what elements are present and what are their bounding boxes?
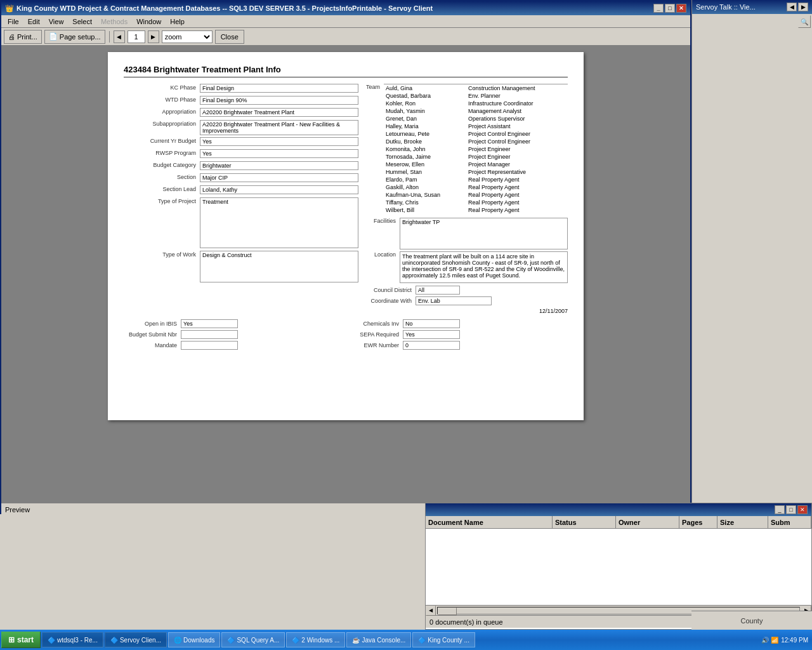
window-title: King County WTD Project & Contract Manag… — [16, 4, 433, 12]
team-row: Tiffany, ChrisReal Property Agent — [384, 199, 568, 206]
team-row: Meserow, EllenProject Manager — [384, 161, 568, 168]
team-row: Grenet, DanOperations Supervisor — [384, 115, 568, 123]
chemicals-inv-label: Chemicals Inv — [352, 321, 403, 327]
kc-phase-label: KC Phase — [124, 84, 200, 91]
close-button[interactable]: ✕ — [676, 4, 686, 13]
team-row: Komonita, JohnProject Engineer — [384, 145, 568, 153]
system-icons: 🔊 📶 — [761, 637, 778, 644]
team-row: Wilbert, BillReal Property Agent — [384, 206, 568, 214]
taskbar-item-wtdsql3[interactable]: 🔷 wtdsql3 - Re... — [42, 632, 103, 647]
clock: 12:49 PM — [781, 637, 808, 644]
maximize-button[interactable]: □ — [665, 4, 675, 13]
team-row: Elardo, PamReal Property Agent — [384, 176, 568, 183]
menu-select[interactable]: Select — [69, 17, 96, 27]
minimize-button[interactable]: _ — [653, 4, 664, 13]
appropriation-value: A20200 Brightwater Treatment Plant — [200, 108, 358, 117]
chemicals-inv-value: No — [403, 319, 460, 328]
page-setup-icon: 📄 — [49, 32, 58, 41]
doc-table-header: Document Name Status Owner Pages Size Su… — [426, 516, 811, 529]
rwsp-program-value: Yes — [200, 149, 358, 158]
taskbar: ⊞ start 🔷 wtdsql3 - Re... 🔷 Servoy Clien… — [0, 630, 812, 650]
sql-icon: 🔷 — [227, 637, 235, 644]
taskbar-item-downloads[interactable]: 🌐 Downloads — [168, 632, 220, 647]
toolbar-separator — [109, 31, 110, 43]
wtdsql3-icon: 🔷 — [48, 637, 55, 644]
page-next-button[interactable]: ▶ — [148, 30, 159, 43]
queue-panel-title: _ □ ✕ — [426, 503, 811, 516]
servoy-panel: Servoy Talk :: Vie... ◀ ▶ 🔍 — [691, 0, 812, 521]
start-icon: ⊞ — [8, 635, 15, 644]
budget-category-label: Budget Category — [124, 161, 200, 168]
team-row: Auld, GinaConstruction Management — [384, 84, 568, 92]
queue-max-button[interactable]: □ — [786, 505, 796, 514]
team-row: Letourneau, PeteProject Control Engineer — [384, 130, 568, 138]
col-pages: Pages — [679, 516, 717, 528]
type-of-work-label: Type of Work — [124, 251, 200, 258]
col-document-name: Document Name — [426, 516, 553, 528]
council-district-label: Council District — [365, 287, 416, 293]
mandate-label: Mandate — [124, 342, 181, 348]
start-button[interactable]: ⊞ start — [1, 632, 41, 648]
ewr-number-value: 0 — [403, 341, 460, 350]
team-row: Dutku, BrookeProject Control Engineer — [384, 138, 568, 145]
open-in-ibis-value: Yes — [181, 319, 238, 328]
location-value: The treatment plant will be built on a 1… — [400, 251, 568, 283]
page-number-input[interactable] — [128, 30, 145, 43]
menu-methods[interactable]: Methods — [97, 17, 131, 27]
taskbar-item-java[interactable]: ☕ Java Console... — [346, 632, 411, 647]
budget-submit-nbr-value — [181, 330, 238, 339]
team-label: Team — [365, 84, 384, 214]
team-row: Tornosada, JaimeProject Engineer — [384, 153, 568, 161]
menu-bar: File Edit View Select Methods Window Hel… — [1, 15, 690, 28]
open-in-ibis-label: Open in IBIS — [124, 321, 181, 327]
coordinate-with-label: Coordinate With — [365, 298, 416, 304]
zoom-select[interactable]: zoom 50% 75% 100% 125% 150% — [162, 30, 213, 43]
menu-file[interactable]: File — [4, 17, 23, 27]
location-label: Location — [365, 251, 400, 283]
taskbar-item-king-county[interactable]: 🔷 King County ... — [412, 632, 475, 647]
print-button[interactable]: 🖨 Print... — [4, 30, 42, 44]
mandate-value — [181, 341, 238, 350]
team-row: Kaufman-Una, SusanReal Property Agent — [384, 191, 568, 199]
team-row: Questad, BarbaraEnv. Planner — [384, 92, 568, 100]
preview-area: 423484 Brightwater Treatment Plant Info … — [1, 46, 690, 503]
title-bar: 👑 King County WTD Project & Contract Man… — [1, 1, 690, 15]
team-row: Gaskill, AltonReal Property Agent — [384, 183, 568, 191]
section-lead-label: Section Lead — [124, 185, 200, 192]
close-preview-button[interactable]: Close — [215, 30, 244, 44]
windows-icon: 🔷 — [292, 637, 299, 644]
taskbar-item-sql[interactable]: 🔷 SQL Query A... — [221, 632, 285, 647]
team-row: Mudah, YasminManagement Analyst — [384, 107, 568, 115]
servoy-min-button[interactable]: ◀ — [787, 3, 797, 11]
page-setup-button[interactable]: 📄 Page setup... — [44, 30, 105, 44]
wtd-phase-label: WTD Phase — [124, 96, 200, 103]
current-yr-budget-value: Yes — [200, 137, 358, 146]
queue-min-button[interactable]: _ — [775, 505, 785, 514]
preview-status: Preview — [5, 506, 30, 514]
budget-submit-nbr-label: Budget Submit Nbr — [124, 331, 181, 338]
servoy-search-btn[interactable]: 🔍 — [798, 15, 811, 28]
taskbar-item-windows[interactable]: 🔷 2 Windows ... — [286, 632, 345, 647]
team-table: Auld, GinaConstruction ManagementQuestad… — [384, 84, 568, 214]
doc-table-content — [426, 529, 811, 605]
taskbar-item-servoy[interactable]: 🔷 Servoy Clien... — [105, 632, 167, 647]
type-of-work-value: Design & Construct — [200, 251, 358, 282]
scroll-left-button[interactable]: ◀ — [426, 606, 436, 616]
servoy-max-button[interactable]: ▶ — [798, 3, 808, 11]
section-value: Major CIP — [200, 173, 358, 182]
java-icon: ☕ — [352, 637, 360, 644]
scroll-thumb[interactable] — [438, 607, 457, 615]
current-yr-budget-label: Current Yr Budget — [124, 137, 200, 144]
menu-view[interactable]: View — [45, 17, 68, 27]
council-district-value: All — [416, 286, 460, 295]
menu-window[interactable]: Window — [133, 17, 165, 27]
sepa-required-value: Yes — [403, 330, 460, 339]
team-row: Hummel, StanProject Representative — [384, 168, 568, 176]
page-prev-button[interactable]: ◀ — [114, 30, 125, 43]
app-icon: 👑 — [5, 4, 14, 13]
menu-help[interactable]: Help — [166, 17, 188, 27]
menu-edit[interactable]: Edit — [24, 17, 44, 27]
section-lead-value: Loland, Kathy — [200, 185, 358, 194]
queue-close-button[interactable]: ✕ — [797, 505, 808, 514]
col-subm: Subm — [768, 516, 811, 528]
